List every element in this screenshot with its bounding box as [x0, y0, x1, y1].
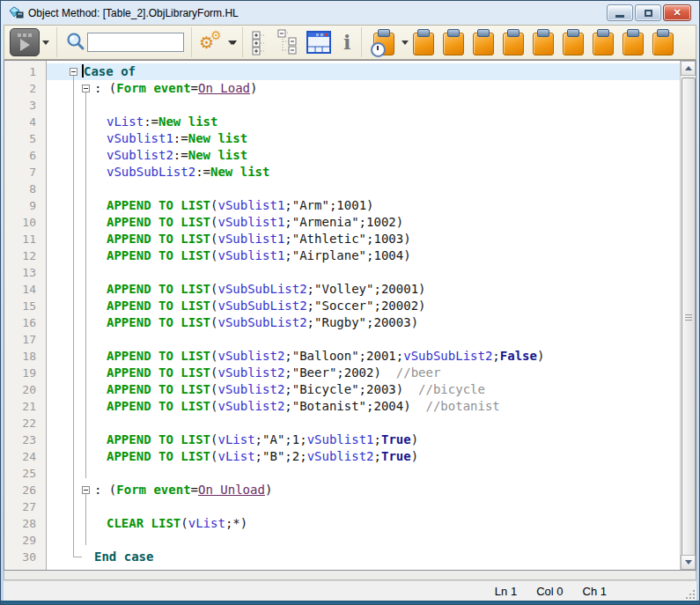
clipboard-icon[interactable] [443, 33, 464, 55]
code-line[interactable]: vSublist1:=New list [47, 130, 680, 147]
code-line[interactable]: End case [47, 549, 680, 565]
token-pn: ) [403, 399, 410, 413]
token-cst: On Load [198, 81, 250, 95]
clipboard-dropdown-arrow[interactable] [402, 41, 409, 45]
code-editor[interactable]: 1234567891011121314151617181920212223242… [4, 60, 696, 571]
token-pn: ) [403, 232, 410, 246]
code-line[interactable]: APPEND TO LIST(vSublist1;"Airplane";1004… [47, 247, 680, 264]
token-var: vList [107, 114, 144, 129]
token-num: 2002 [344, 365, 374, 380]
token-num: 20001 [381, 282, 418, 296]
code-line[interactable]: APPEND TO LIST(vSubSubList2;"Rugby";2000… [47, 314, 680, 331]
code-line[interactable] [47, 415, 680, 432]
line-number: 29 [4, 532, 46, 549]
fold-collapse-box[interactable] [82, 486, 90, 494]
token-pn: ) [411, 432, 418, 446]
scroll-up-button[interactable] [681, 61, 696, 76]
token-pn: ; [307, 299, 314, 313]
code-line[interactable]: APPEND TO LIST(vSublist1;"Arm";1001) [47, 197, 680, 214]
clipboard-icon[interactable] [563, 33, 584, 55]
token-str: "Bicycle" [292, 382, 359, 396]
expand-all-button[interactable] [250, 29, 271, 55]
token-cmd: APPEND TO LIST [107, 449, 210, 463]
clipboard-icon[interactable] [503, 33, 524, 55]
line-number: 11 [4, 231, 46, 247]
code-line[interactable]: APPEND TO LIST(vSublist2;"Beer";2002) //… [47, 365, 680, 381]
code-line[interactable] [47, 532, 680, 549]
toolbar-separator [191, 27, 192, 57]
code-line[interactable]: : (Form event=On Load) [47, 80, 680, 97]
run-method-button[interactable] [10, 28, 49, 56]
line-number: 27 [4, 498, 46, 515]
resize-grip[interactable] [684, 588, 695, 599]
macros-gears-icon: ⚙⚙ [199, 29, 225, 55]
token-bool: True [381, 432, 411, 446]
macros-dropdown-arrow[interactable] [228, 41, 235, 45]
information-button[interactable]: i [340, 33, 354, 52]
scroll-down-button[interactable] [681, 555, 696, 570]
code-line[interactable]: vSubSubList2:=New list [47, 164, 680, 181]
code-area[interactable]: Case of: (Form event=On Load)vList:=New … [47, 61, 680, 570]
token-pn: ; [284, 365, 291, 380]
code-line[interactable] [47, 465, 680, 482]
clipboard-icon[interactable] [623, 33, 644, 55]
code-line[interactable]: CLEAR LIST(vList;*) [47, 515, 680, 532]
search-combobox[interactable] [87, 33, 184, 52]
title-bar: Object Method: [Table_2].ObjLibraryForm.… [4, 1, 696, 25]
maximize-button[interactable] [635, 4, 661, 21]
code-line[interactable]: APPEND TO LIST(vSublist2;"Bicycle";2003)… [47, 381, 680, 398]
window-bottom-edge [1, 601, 699, 604]
line-number-gutter: 1234567891011121314151617181920212223242… [4, 61, 47, 570]
vertical-scrollbar[interactable] [680, 61, 696, 570]
close-button[interactable]: ✕ [663, 4, 691, 21]
horizontal-scroll-area[interactable] [4, 571, 696, 580]
token-pn: ; [374, 449, 381, 463]
code-line[interactable]: APPEND TO LIST(vSublist1;"Armenia";1002) [47, 214, 680, 231]
token-num: 1002 [366, 215, 396, 229]
toolbar-separator [361, 27, 362, 57]
fold-collapse-box[interactable] [70, 68, 77, 76]
token-pn: ; [284, 215, 291, 229]
scrollbar-thumb[interactable] [682, 77, 696, 557]
line-number: 25 [4, 465, 46, 482]
line-number: 15 [4, 298, 46, 314]
code-line[interactable] [47, 331, 680, 348]
clipboard-icon[interactable] [413, 33, 434, 55]
token-num: 20002 [381, 299, 418, 313]
code-line[interactable] [47, 264, 680, 281]
token-pn: ) [418, 282, 425, 296]
token-cmd: Form event [116, 81, 190, 95]
code-line[interactable]: vSublist2:=New list [47, 147, 680, 164]
token-pn: ) [366, 198, 373, 212]
fold-collapse-box[interactable] [82, 85, 90, 92]
code-line[interactable]: : (Form event=On Unload) [47, 482, 680, 498]
code-line[interactable]: Case of [47, 63, 680, 80]
clipboard-icon[interactable] [652, 33, 674, 55]
token-pn: ; [373, 299, 380, 313]
clipboard-icon[interactable] [533, 33, 554, 55]
clipboard-history-button[interactable] [369, 29, 409, 55]
code-line[interactable]: APPEND TO LIST(vSubSubList2;"Volley";200… [47, 281, 680, 298]
token-var: vSublist2 [217, 365, 284, 380]
macros-button[interactable]: ⚙⚙ [199, 29, 235, 55]
minimize-button[interactable] [607, 4, 633, 21]
code-line[interactable] [47, 97, 680, 114]
token-str: "A" [262, 432, 284, 446]
clipboard-icon[interactable] [473, 33, 494, 55]
code-line[interactable]: APPEND TO LIST(vSubSubList2;"Soccer";200… [47, 298, 680, 314]
code-line[interactable]: APPEND TO LIST(vSublist2;"Botanist";2004… [47, 398, 680, 415]
run-dropdown-arrow[interactable] [42, 41, 49, 45]
code-line[interactable] [47, 181, 680, 197]
clipboard-icon[interactable] [593, 33, 614, 55]
code-line[interactable]: vList:=New list [47, 114, 680, 130]
token-cmd: CLEAR LIST [107, 516, 181, 530]
collapse-all-button[interactable] [276, 29, 299, 55]
code-line[interactable]: APPEND TO LIST(vSublist2;"Balloon";2001;… [47, 348, 680, 365]
code-line[interactable]: APPEND TO LIST(vList;"A";1;vSublist1;Tru… [47, 432, 680, 448]
search-icon[interactable] [64, 31, 87, 54]
code-line[interactable] [47, 498, 680, 515]
code-line[interactable]: APPEND TO LIST(vList;"B";2;vSublist2;Tru… [47, 448, 680, 465]
token-str: "Airplane" [292, 248, 366, 262]
code-line[interactable]: APPEND TO LIST(vSublist1;"Athletic";1003… [47, 231, 680, 247]
method-properties-button[interactable] [306, 31, 331, 54]
